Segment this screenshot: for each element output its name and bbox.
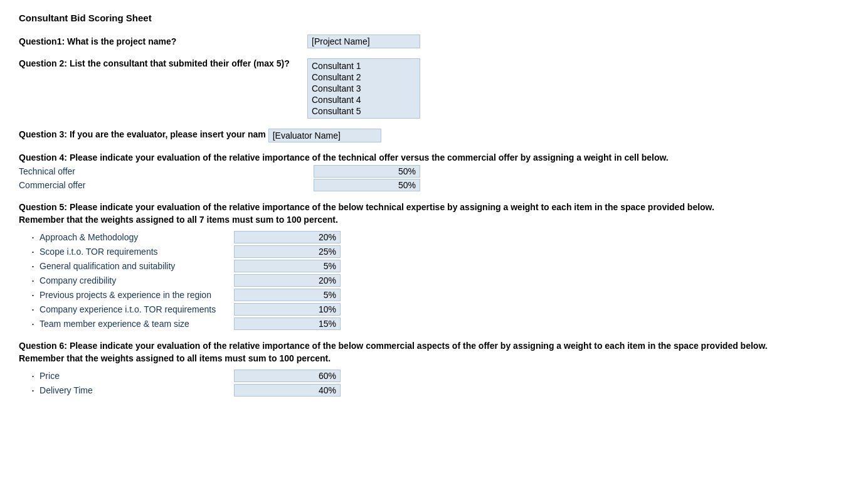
q5-item-6-label: Team member experience & team size	[40, 319, 234, 329]
bullet-1: ·	[31, 246, 34, 257]
commercial-offer-value[interactable]: 50%	[314, 179, 420, 191]
q5-row-3: · Company credibility 20%	[19, 274, 849, 287]
question3-input[interactable]: [Evaluator Name]	[268, 129, 381, 142]
question4-label: Question 4: Please indicate your evaluat…	[19, 152, 849, 163]
q5-item-4-label: Previous projects & experience in the re…	[40, 290, 234, 300]
q5-item-4-value[interactable]: 5%	[234, 289, 341, 301]
question1-block: Question1: What is the project name? [Pr…	[19, 35, 849, 48]
q5-item-1-value[interactable]: 25%	[234, 245, 341, 258]
question3-label: Question 3: If you are the evaluator, pl…	[19, 129, 266, 139]
commercial-offer-label: Commercial offer	[19, 180, 144, 190]
q6-item-0-value[interactable]: 60%	[234, 370, 341, 382]
bullet-q6-1: ·	[31, 385, 34, 396]
technical-offer-value[interactable]: 50%	[314, 165, 420, 178]
question6-label: Question 6: Please indicate your evaluat…	[19, 340, 849, 365]
q5-item-3-value[interactable]: 20%	[234, 274, 341, 287]
q5-row-2: · General qualification and suitability …	[19, 260, 849, 272]
bullet-4: ·	[31, 289, 34, 301]
question5-label: Question 5: Please indicate your evaluat…	[19, 201, 849, 226]
bullet-6: ·	[31, 318, 34, 329]
question2-label: Question 2: List the consultant that sub…	[19, 58, 290, 68]
question2-block: Question 2: List the consultant that sub…	[19, 58, 849, 119]
bullet-3: ·	[31, 275, 34, 286]
q4-row-0: Technical offer 50%	[19, 165, 849, 178]
q5-row-1: · Scope i.t.o. TOR requirements 25%	[19, 245, 849, 258]
bullet-5: ·	[31, 304, 34, 315]
consultant-1: Consultant 1	[312, 60, 416, 72]
q5-item-5-value[interactable]: 10%	[234, 303, 341, 316]
consultant-list[interactable]: Consultant 1 Consultant 2 Consultant 3 C…	[307, 58, 420, 119]
question3-block: Question 3: If you are the evaluator, pl…	[19, 129, 849, 142]
q5-item-2-label: General qualification and suitability	[40, 261, 234, 271]
q5-item-3-label: Company credibility	[40, 275, 234, 285]
q5-row-5: · Company experience i.t.o. TOR requirem…	[19, 303, 849, 316]
consultant-4: Consultant 4	[312, 94, 416, 105]
technical-offer-label: Technical offer	[19, 166, 144, 176]
q6-item-1-label: Delivery Time	[40, 385, 234, 395]
question1-label: Question1: What is the project name?	[19, 36, 176, 46]
question6-block: Question 6: Please indicate your evaluat…	[19, 340, 849, 397]
q5-item-2-value[interactable]: 5%	[234, 260, 341, 272]
q5-item-6-value[interactable]: 15%	[234, 317, 341, 330]
consultant-2: Consultant 2	[312, 72, 416, 83]
q6-row-0: · Price 60%	[19, 370, 849, 382]
consultant-5: Consultant 5	[312, 105, 416, 117]
page-title: Consultant Bid Scoring Sheet	[19, 13, 849, 23]
q5-row-0: · Approach & Methodology 20%	[19, 231, 849, 243]
question4-block: Question 4: Please indicate your evaluat…	[19, 152, 849, 191]
question1-input[interactable]: [Project Name]	[307, 35, 420, 48]
q5-item-5-label: Company experience i.t.o. TOR requiremen…	[40, 304, 234, 314]
q6-item-1-value[interactable]: 40%	[234, 384, 341, 397]
q5-item-0-value[interactable]: 20%	[234, 231, 341, 243]
q5-row-4: · Previous projects & experience in the …	[19, 289, 849, 301]
q6-row-1: · Delivery Time 40%	[19, 384, 849, 397]
bullet-2: ·	[31, 260, 34, 272]
q4-row-1: Commercial offer 50%	[19, 179, 849, 191]
question5-block: Question 5: Please indicate your evaluat…	[19, 201, 849, 330]
bullet-q6-0: ·	[31, 370, 34, 381]
q5-item-1-label: Scope i.t.o. TOR requirements	[40, 247, 234, 257]
q6-item-0-label: Price	[40, 371, 234, 381]
bullet-0: ·	[31, 232, 34, 243]
q5-item-0-label: Approach & Methodology	[40, 232, 234, 242]
q5-row-6: · Team member experience & team size 15%	[19, 317, 849, 330]
consultant-3: Consultant 3	[312, 83, 416, 94]
